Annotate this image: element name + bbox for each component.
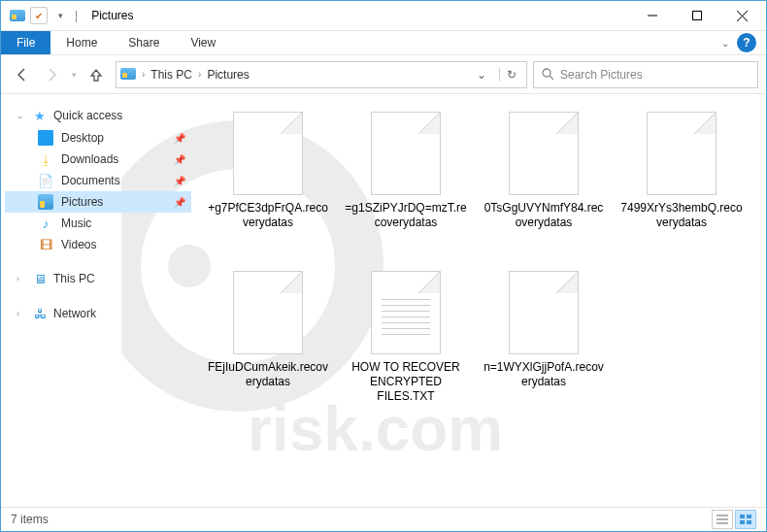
tab-home[interactable]: Home <box>50 31 113 54</box>
file-icon <box>371 112 441 195</box>
sidebar-item-label: Music <box>61 216 91 230</box>
file-icon <box>647 112 717 195</box>
thumbnails-view-button[interactable] <box>735 510 756 529</box>
breadcrumb-this-pc[interactable]: This PC <box>150 68 192 82</box>
tab-view[interactable]: View <box>175 31 231 54</box>
sidebar-network[interactable]: › 🖧 Network <box>5 302 191 325</box>
refresh-icon[interactable]: ↻ <box>499 68 522 82</box>
chevron-right-icon[interactable]: › <box>17 309 26 318</box>
forward-button[interactable] <box>38 61 65 88</box>
title-bar: ✔ ▾ | Pictures <box>1 1 766 31</box>
svg-rect-13 <box>740 520 745 524</box>
search-placeholder: Search Pictures <box>560 68 643 82</box>
sidebar-item-label: Pictures <box>61 195 103 209</box>
file-icon <box>509 271 579 354</box>
network-icon: 🖧 <box>32 306 48 321</box>
explorer-body: ⌄ ★ Quick access Desktop📌⭳Downloads📌📄Doc… <box>1 94 766 507</box>
file-icon <box>509 112 579 195</box>
window-title: Pictures <box>91 9 133 22</box>
file-name: 0TsGgUVYNmfY84.recoverydatas <box>483 201 605 230</box>
svg-rect-11 <box>740 515 745 518</box>
file-item[interactable]: =g1SZiPYJrDQ=mzT.recoverydatas <box>339 106 473 261</box>
maximize-button[interactable] <box>675 1 719 30</box>
recent-dropdown-icon[interactable]: ▾ <box>67 61 81 88</box>
file-item[interactable]: 7499XrYs3hembQ.recoverydatas <box>615 106 749 261</box>
file-name: FEjIuDCumAkeik.recoverydatas <box>207 360 329 389</box>
sidebar-item-downloads[interactable]: ⭳Downloads📌 <box>5 149 191 170</box>
ribbon: File Home Share View ⌄ ? <box>1 31 766 55</box>
back-button[interactable] <box>9 61 36 88</box>
chevron-right-icon[interactable]: › <box>17 274 26 283</box>
music-icon: ♪ <box>38 216 53 231</box>
pin-icon: 📌 <box>174 197 185 208</box>
view-switcher <box>712 510 756 529</box>
sidebar-item-label: Documents <box>61 174 120 187</box>
file-item[interactable]: HOW TO RECOVER ENCRYPTED FILES.TXT <box>339 265 473 420</box>
location-icon <box>120 66 136 83</box>
help-icon[interactable]: ? <box>737 33 756 52</box>
up-button[interactable] <box>83 61 110 88</box>
file-icon <box>233 112 303 195</box>
properties-icon[interactable]: ✔ <box>30 7 48 24</box>
file-icon <box>233 271 303 354</box>
file-name: =g1SZiPYJrDQ=mzT.recoverydatas <box>345 201 467 230</box>
search-icon <box>542 68 554 81</box>
tab-share[interactable]: Share <box>113 31 175 54</box>
explorer-icon <box>7 5 28 26</box>
pic-icon <box>38 194 53 210</box>
pin-icon: 📌 <box>174 133 185 144</box>
breadcrumb-pictures[interactable]: Pictures <box>207 68 249 82</box>
status-bar: 7 items <box>1 507 766 531</box>
sidebar-item-pictures[interactable]: Pictures📌 <box>5 191 191 213</box>
star-icon: ★ <box>32 108 48 123</box>
file-item[interactable]: n=1WYXlGjjPofA.recoverydatas <box>477 265 611 420</box>
desktop-icon <box>38 130 53 146</box>
sidebar-quick-access[interactable]: ⌄ ★ Quick access <box>5 104 191 127</box>
window-controls <box>630 1 764 30</box>
search-input[interactable]: Search Pictures <box>533 61 758 88</box>
ribbon-right: ⌄ ? <box>721 31 766 54</box>
file-name: +g7PfCE3dpFrQA.recoverydatas <box>207 201 329 230</box>
doc-icon: 📄 <box>38 173 53 188</box>
sidebar-item-music[interactable]: ♪Music <box>5 213 191 234</box>
chevron-right-icon[interactable]: › <box>142 69 145 80</box>
file-name: n=1WYXlGjjPofA.recoverydatas <box>483 360 605 389</box>
pin-icon: 📌 <box>174 154 185 165</box>
item-count: 7 items <box>11 513 49 526</box>
file-icon <box>371 271 441 354</box>
svg-rect-12 <box>747 515 751 518</box>
sidebar-label: Quick access <box>53 109 122 122</box>
svg-point-6 <box>543 69 550 77</box>
navigation-pane: ⌄ ★ Quick access Desktop📌⭳Downloads📌📄Doc… <box>1 94 195 507</box>
file-name: 7499XrYs3hembQ.recoverydatas <box>620 201 743 230</box>
file-item[interactable]: +g7PfCE3dpFrQA.recoverydatas <box>201 106 335 261</box>
minimize-button[interactable] <box>630 1 675 30</box>
sidebar-item-label: Videos <box>61 238 96 251</box>
pin-icon: 📌 <box>174 176 185 186</box>
chevron-right-icon[interactable]: › <box>198 69 201 80</box>
folder-icon: ⭳ <box>38 151 53 167</box>
sidebar-label: Network <box>53 307 96 320</box>
video-icon: 🎞 <box>38 237 53 252</box>
svg-rect-14 <box>747 520 751 524</box>
sidebar-item-label: Downloads <box>61 152 118 166</box>
sidebar-item-documents[interactable]: 📄Documents📌 <box>5 170 191 191</box>
file-tab[interactable]: File <box>1 31 50 54</box>
sidebar-this-pc[interactable]: › 🖥 This PC <box>5 267 191 290</box>
file-grid[interactable]: +g7PfCE3dpFrQA.recoverydatas=g1SZiPYJrDQ… <box>195 94 766 507</box>
address-dropdown-icon[interactable]: ⌄ <box>470 68 493 82</box>
close-button[interactable] <box>719 1 764 30</box>
expand-ribbon-icon[interactable]: ⌄ <box>721 38 729 49</box>
sidebar-label: This PC <box>53 272 95 285</box>
sidebar-item-videos[interactable]: 🎞Videos <box>5 234 191 255</box>
file-item[interactable]: FEjIuDCumAkeik.recoverydatas <box>201 265 335 420</box>
quick-access-toolbar: ✔ ▾ <box>3 5 71 26</box>
sidebar-item-desktop[interactable]: Desktop📌 <box>5 127 191 149</box>
details-view-button[interactable] <box>712 510 733 529</box>
sidebar-item-label: Desktop <box>61 131 104 145</box>
qat-dropdown-icon[interactable]: ▾ <box>50 5 71 26</box>
address-bar[interactable]: › This PC › Pictures ⌄ ↻ <box>116 61 527 88</box>
file-item[interactable]: 0TsGgUVYNmfY84.recoverydatas <box>477 106 611 261</box>
nav-bar: ▾ › This PC › Pictures ⌄ ↻ Search Pictur… <box>1 55 766 94</box>
chevron-down-icon[interactable]: ⌄ <box>17 111 26 120</box>
